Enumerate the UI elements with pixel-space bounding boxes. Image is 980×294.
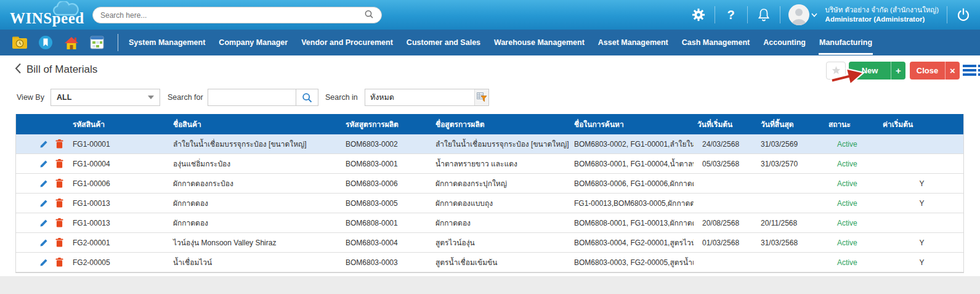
global-search[interactable] [92,7,382,23]
search-icon[interactable] [364,9,374,22]
divider [747,6,748,23]
edit-pencil-icon[interactable] [39,179,48,188]
table-row[interactable]: FG2-00005 น้ำเชื่อมไวน์ BOM6803-0003 สูต… [16,253,963,272]
search-for-button[interactable] [296,89,318,106]
column-header[interactable]: วันที่สิ้นสุด [757,114,825,134]
end-date-cell: 31/03/2570 [757,154,825,173]
table-row[interactable]: FG1-00013 ผักกาดดอง BOM6808-0001 ผักกาดด… [16,213,963,233]
table-row[interactable]: FG1-00004 องุ่นแช่อิ่มกระป๋อง BOM6803-00… [16,154,963,174]
table-body: FG1-00001 ลำใยในน้ำเชื่อมบรรจุกระป๋อง [ข… [16,134,963,272]
default-flag-cell [880,134,963,153]
table-row[interactable]: FG2-00001 ไวน์องุ่น Monsoon Valley Shira… [16,233,963,253]
bom-code-cell: BOM6803-0003 [339,253,432,272]
column-header[interactable]: สถานะ [825,114,880,134]
notifications-bell-icon[interactable] [756,8,772,22]
nav-item-accounting[interactable]: Accounting [756,30,812,55]
logout-power-icon[interactable] [955,7,971,22]
search-for-label: Search for [168,93,203,102]
edit-pencil-icon[interactable] [39,239,48,247]
product-code-cell: FG1-00006 [65,174,167,193]
help-icon[interactable]: ? [723,8,739,22]
column-header[interactable]: ชื่อในการค้นหา [570,114,694,134]
product-code-cell: FG2-00005 [65,253,167,272]
product-code-cell: FG1-00013 [65,213,167,232]
search-in-field[interactable] [365,89,489,106]
edit-pencil-icon[interactable] [39,258,48,267]
search-name-cell: BOM6803-0006, FG1-00006,ผักกาดดองกร [570,174,694,193]
bom-code-cell: BOM6803-0006 [339,174,432,193]
bom-code-cell: BOM6803-0005 [339,194,432,213]
edit-pencil-icon[interactable] [39,219,48,227]
product-code-cell: FG1-00013 [65,194,167,213]
nav-item-system-management[interactable]: System Management [122,30,212,55]
product-name-cell: ไวน์องุ่น Monsoon Valley Shiraz [167,233,339,252]
history-folder-icon[interactable] [12,36,27,49]
nav-item-customer-and-sales[interactable]: Customer and Sales [400,30,487,55]
nav-item-warehouse-management[interactable]: Warehouse Management [487,30,591,55]
close-button[interactable]: Close × [910,62,960,80]
start-date-cell [694,174,757,193]
edit-pencil-icon[interactable] [39,140,48,149]
column-header[interactable]: รหัสสินค้า [65,114,167,134]
nav-item-company-manager[interactable]: Company Manager [212,30,294,55]
close-button-label: Close [910,62,945,80]
calendar-planner-icon[interactable] [90,36,104,49]
top-bar: WINSpeed ? [0,0,980,30]
user-role: Administrator (Administrator) [825,15,939,24]
search-name-cell: BOM6803-0001, FG1-00004,น้ำตาลทรายข [570,154,694,173]
back-chevron-icon[interactable] [15,63,22,76]
favorite-star-button[interactable] [826,62,846,80]
delete-trash-icon[interactable] [55,179,63,188]
search-name-cell: BOM6803-0002, FG1-00001,ลำใยในน้ำเชื่ [570,134,694,153]
nav-item-asset-management[interactable]: Asset Management [591,30,675,55]
bom-code-cell: BOM6808-0001 [339,213,432,232]
new-button[interactable]: New + [849,62,905,80]
global-search-input[interactable] [100,11,364,20]
view-by-select[interactable]: ALL [51,89,160,106]
delete-trash-icon[interactable] [55,238,63,247]
divider [947,6,947,23]
nav-item-vendor-and-procurement[interactable]: Vendor and Procurement [294,30,400,55]
new-plus-icon[interactable]: + [891,62,905,80]
close-x-icon[interactable]: × [945,62,960,80]
column-header[interactable]: รหัสสูตรการผลิต [339,114,432,134]
settings-gear-icon[interactable] [690,8,707,22]
bom-name-cell: ลำใยในน้ำเชื่อมบรรจุกระป๋อง [ขนาดใหญ่] [432,134,570,153]
table-row[interactable]: FG1-00013 ผักกาดดอง BOM6803-0005 ผักกาดด… [16,194,963,213]
column-header[interactable]: วันที่เริ่มต้น [694,114,757,134]
company-user-info: บริษัท ตัวอย่าง จำกัด (สำนักงานใหญ่) Adm… [825,6,939,24]
nav-menu: System ManagementCompany ManagerVendor a… [122,30,879,55]
column-header[interactable]: ค่าเริ่มต้น [880,114,963,134]
delete-trash-icon[interactable] [55,198,63,208]
table-row[interactable]: FG1-00001 ลำใยในน้ำเชื่อมบรรจุกระป๋อง [ข… [16,134,963,154]
status-cell: Active [825,194,880,213]
start-date-cell: 24/03/2568 [694,134,757,153]
status-cell: Active [825,154,880,173]
end-date-cell: 31/03/2569 [757,134,825,153]
delete-trash-icon[interactable] [55,258,63,267]
chevron-down-icon[interactable] [809,13,819,17]
column-header[interactable]: ชื่อสูตรการผลิต [432,114,570,134]
nav-item-manufacturing[interactable]: Manufacturing [812,30,879,55]
view-by-label: View By [17,93,44,102]
product-name-cell: องุ่นแช่อิ่มกระป๋อง [167,154,339,173]
default-flag-cell: Y [880,253,963,272]
bookmark-icon[interactable] [38,35,53,50]
edit-pencil-icon[interactable] [39,199,48,208]
column-header[interactable]: ชื่อสินค้า [167,114,339,134]
home-icon[interactable] [64,36,79,50]
delete-trash-icon[interactable] [55,159,63,168]
page-title: Bill of Materials [26,63,97,76]
nav-item-cash-management[interactable]: Cash Management [675,30,756,55]
table-row[interactable]: FG1-00006 ผักกาดดองกระป๋อง BOM6803-0006 … [16,174,963,194]
end-date-cell [757,174,825,193]
avatar[interactable] [788,4,809,25]
delete-trash-icon[interactable] [55,139,63,149]
edit-pencil-icon[interactable] [39,160,48,168]
filter-funnel-icon[interactable] [474,89,488,105]
search-for-input[interactable] [208,89,296,106]
app-logo[interactable]: WINSpeed [10,2,90,28]
list-menu-icon[interactable] [963,65,980,78]
search-in-input[interactable] [365,93,474,102]
delete-trash-icon[interactable] [55,218,63,227]
